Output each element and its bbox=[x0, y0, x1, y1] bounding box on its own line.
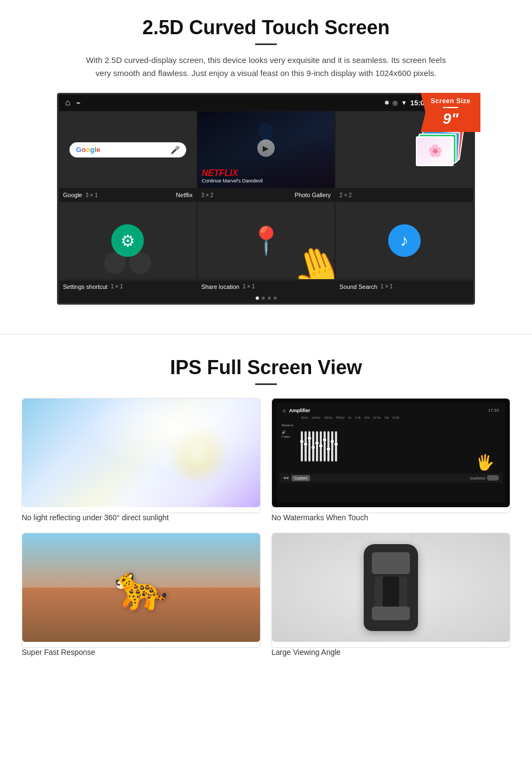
app-labels-row1: Google 3 × 1 Netflix 3 × 2 Photo Gallery… bbox=[59, 188, 473, 201]
netflix-subtitle: Continue Marvel's Daredevil bbox=[202, 178, 263, 184]
sound-grid: 1 × 1 bbox=[381, 283, 393, 289]
section-curved-screen: 2.5D Curved Touch Screen With 2.5D curve… bbox=[0, 0, 532, 318]
mic-icon: 🎤 bbox=[170, 146, 180, 154]
google-logo: Google bbox=[76, 146, 100, 154]
dot-3 bbox=[268, 297, 271, 300]
sunlight-caption: No light reflecting under 360° direct su… bbox=[22, 513, 261, 522]
app-labels-row2: Settings shortcut 1 × 1 Share location 1… bbox=[59, 280, 473, 293]
netflix-app-cell[interactable]: 👤 ▶ NETFLIX Continue Marvel's Daredevil bbox=[197, 111, 335, 188]
netflix-overlay: NETFLIX Continue Marvel's Daredevil bbox=[198, 111, 335, 188]
title-divider bbox=[255, 43, 277, 45]
amp-time: 17:33 bbox=[488, 408, 499, 413]
eq-sliders: 🖐 bbox=[301, 421, 500, 471]
sound-search-cell[interactable]: ♪ bbox=[335, 201, 473, 279]
slider-10[interactable] bbox=[335, 431, 337, 462]
freq-200: 200hz bbox=[324, 416, 332, 419]
slider-bars bbox=[301, 425, 500, 468]
slider-6[interactable] bbox=[320, 431, 322, 462]
speaker-icon-amp: 🔊 bbox=[282, 430, 301, 434]
car-windshield bbox=[372, 552, 410, 574]
badge-label: Screen Size bbox=[428, 97, 473, 105]
slider-5[interactable] bbox=[316, 431, 318, 462]
google-app-content: Google 🎤 bbox=[59, 111, 197, 188]
sound-icon: ♪ bbox=[388, 224, 421, 257]
gear-bg bbox=[104, 252, 151, 274]
cheetah-image: 🐆 bbox=[22, 533, 260, 642]
netflix-app-name: Netflix bbox=[176, 192, 193, 198]
sunlight-image-wrapper bbox=[22, 398, 261, 513]
amp-bottom-bar: ◀◀ Custom loudness bbox=[280, 474, 502, 483]
freq-2k: 2.5k bbox=[354, 416, 360, 419]
fader-label: Fader bbox=[282, 435, 301, 438]
cheetah-emoji: 🐆 bbox=[114, 562, 168, 613]
amp-freq-labels: 60hz 100hz 200hz 500hz 1k 2.5k 10k 12.5k… bbox=[297, 415, 502, 419]
pagination-dots bbox=[59, 293, 473, 303]
car-rear-window bbox=[372, 607, 410, 620]
usb-icon: ⌁ bbox=[76, 98, 80, 107]
loudness-toggle[interactable] bbox=[487, 475, 499, 481]
slider-4[interactable] bbox=[312, 431, 314, 462]
watermarks-caption: No Watermarks When Touch bbox=[271, 513, 510, 522]
slider-2[interactable] bbox=[305, 431, 307, 462]
section1-description: With 2.5D curved-display screen, this de… bbox=[81, 54, 451, 80]
gallery-app-name: Photo Gallery bbox=[295, 192, 331, 198]
device-mockup: Screen Size 9" ⌂ ⌁ ✱ ◎ ▼ 15:06 📷 🔊 ✕ ▭ bbox=[57, 93, 475, 305]
sunlight-image bbox=[22, 399, 260, 507]
location-icon: ◎ bbox=[392, 99, 398, 106]
slider-1[interactable] bbox=[301, 431, 303, 462]
freq-10k: 10k bbox=[364, 416, 370, 419]
settings-label-text: Settings shortcut 1 × 1 bbox=[59, 282, 197, 291]
freq-12k: 12.5k bbox=[372, 416, 381, 419]
feature-sunlight: No light reflecting under 360° direct su… bbox=[22, 398, 261, 522]
google-grid: 3 × 1 bbox=[85, 192, 98, 198]
screen-size-badge: Screen Size 9" bbox=[421, 93, 480, 132]
amp-side-labels: Balance 🔊 Fader bbox=[282, 421, 301, 471]
slider-3[interactable] bbox=[308, 431, 311, 462]
device-screen: ⌂ ⌁ ✱ ◎ ▼ 15:06 📷 🔊 ✕ ▭ bbox=[57, 93, 475, 305]
custom-button[interactable]: Custom bbox=[292, 475, 310, 481]
car-image bbox=[272, 533, 510, 642]
ips-title-divider bbox=[255, 383, 277, 385]
share-location-cell[interactable]: 📍 🤚 bbox=[197, 201, 335, 279]
gallery-grid: 2 × 2 bbox=[339, 192, 352, 198]
status-bar: ⌂ ⌁ ✱ ◎ ▼ 15:06 📷 🔊 ✕ ▭ bbox=[59, 94, 473, 111]
sky-visual bbox=[22, 399, 260, 507]
amplifier-image: ⌂ Amplifier 17:33 60hz 100hz 200hz 500hz… bbox=[272, 399, 510, 507]
car-roof bbox=[375, 577, 407, 609]
google-app-name: Google bbox=[63, 192, 82, 198]
amplifier-image-wrapper: ⌂ Amplifier 17:33 60hz 100hz 200hz 500hz… bbox=[271, 398, 510, 513]
cheetah-caption: Super Fast Response bbox=[22, 648, 261, 657]
feature-watermarks: ⌂ Amplifier 17:33 60hz 100hz 200hz 500hz… bbox=[271, 398, 510, 522]
hand-on-slider: 🖐 bbox=[476, 453, 495, 471]
freq-sub: SUB bbox=[392, 416, 399, 419]
loudness-label: loudness bbox=[470, 476, 485, 480]
settings-grid: 1 × 1 bbox=[111, 283, 123, 289]
front-sensors bbox=[369, 533, 413, 539]
slider-8[interactable] bbox=[327, 431, 330, 462]
badge-divider bbox=[443, 107, 458, 108]
slider-9[interactable] bbox=[331, 431, 333, 462]
dot-2 bbox=[262, 297, 265, 300]
app-grid-row1: Google 🎤 👤 ▶ bbox=[59, 111, 473, 188]
amp-screen: ⌂ Amplifier 17:33 60hz 100hz 200hz 500hz… bbox=[276, 403, 505, 503]
gallery-label: 2 × 2 bbox=[335, 191, 473, 199]
netflix-grid: 3 × 2 bbox=[201, 192, 214, 198]
home-icon[interactable]: ⌂ bbox=[65, 98, 71, 108]
bluetooth-icon: ✱ bbox=[384, 99, 389, 106]
balance-label: Balance bbox=[282, 424, 301, 427]
car-body bbox=[364, 544, 418, 631]
google-app-cell[interactable]: Google 🎤 bbox=[59, 111, 197, 188]
amp-home-icon: ⌂ bbox=[283, 408, 286, 413]
freq-100: 100hz bbox=[312, 416, 320, 419]
cheetah-visual: 🐆 bbox=[22, 533, 260, 642]
netflix-label: 3 × 2 Photo Gallery bbox=[197, 191, 335, 199]
google-search-bar[interactable]: Google 🎤 bbox=[69, 142, 186, 157]
photo-card-flower: 🌸 bbox=[416, 136, 454, 166]
feature-cheetah: 🐆 Super Fast Response bbox=[22, 533, 261, 657]
amp-status: ⌂ Amplifier 17:33 bbox=[280, 406, 502, 415]
settings-app-cell[interactable]: ⚙ bbox=[59, 201, 197, 279]
slider-7[interactable] bbox=[324, 431, 326, 462]
photo-stack: 🌸 bbox=[419, 128, 462, 172]
settings-content: ⚙ bbox=[59, 202, 197, 279]
maps-icon: 📍 bbox=[249, 225, 283, 256]
